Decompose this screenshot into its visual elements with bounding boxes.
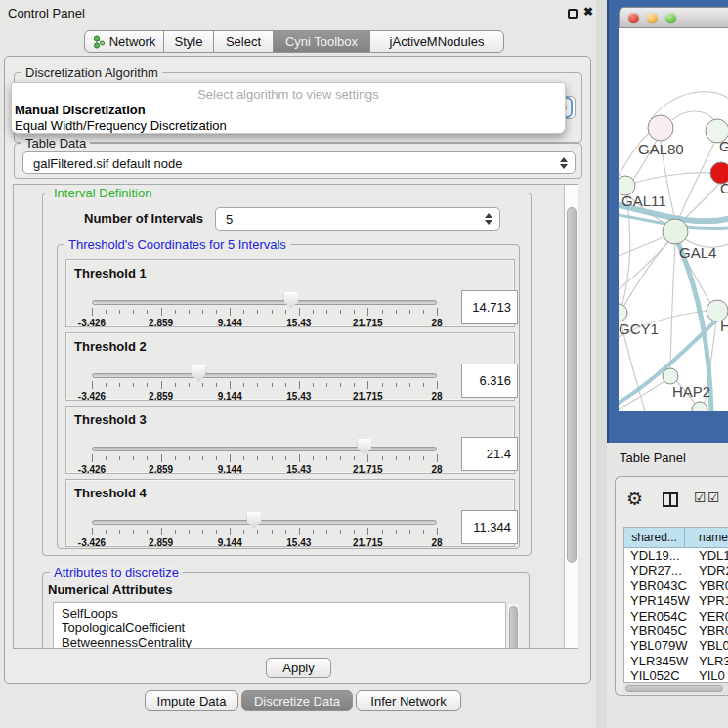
scrollbar-thumb[interactable] (567, 207, 577, 563)
slider-thumb[interactable] (192, 365, 206, 382)
network-canvas[interactable]: GAL80 GA C GAL11 GAL4 GCY1 H HAP2 (619, 28, 728, 411)
tab-discretize-data[interactable]: Discretize Data (241, 690, 353, 711)
slider-thumb[interactable] (357, 439, 371, 455)
cell: YLR345W (624, 654, 694, 668)
close-icon[interactable]: ✖ (583, 5, 593, 19)
checkbox-icon[interactable]: ☑ (694, 490, 707, 505)
cell: YIL052C (624, 668, 694, 683)
cell: YBL0 (694, 638, 728, 653)
algorithm-dropdown-popup: Select algorithm to view settings Manual… (11, 82, 566, 134)
slider-ticks (92, 454, 437, 462)
table-data-combobox[interactable]: galFiltered.sif default node (22, 151, 576, 174)
popup-hint: Select algorithm to view settings (12, 87, 565, 102)
minimize-traffic-light[interactable] (647, 13, 658, 23)
slider-track[interactable] (92, 520, 437, 525)
tab-label: jActiveMNodules (390, 34, 485, 49)
cell: YLR3 (694, 654, 728, 668)
table-row[interactable]: YBR043CYBR0 (624, 578, 728, 593)
cell: YBR043C (624, 578, 694, 593)
node-hap2[interactable] (663, 368, 678, 384)
network-window-titlebar[interactable] (619, 7, 728, 28)
tab-network[interactable]: Network (84, 30, 164, 53)
table-row[interactable]: YBR045CYBR0 (624, 623, 728, 638)
spinner-arrows-icon (485, 213, 492, 225)
tab-style[interactable]: Style (163, 30, 214, 53)
thresholds-group: Threshold's Coordinates for 5 Intervals … (57, 244, 520, 549)
threshold-label: Threshold 4 (74, 486, 147, 500)
table-row[interactable]: YER054CYER0 (624, 609, 728, 623)
slider-tick-labels: -3.4262.8599.14415.4321.71528 (92, 464, 437, 476)
tab-select[interactable]: Select (213, 30, 274, 53)
horizontal-scrollbar[interactable] (623, 683, 728, 694)
slider-track[interactable] (92, 373, 437, 378)
threshold-value-field[interactable]: 21.4 (461, 437, 518, 471)
checkbox-icon[interactable]: ☑ (707, 490, 720, 505)
spinner-arrows-icon (560, 157, 568, 169)
slider-track[interactable] (92, 447, 437, 451)
node-label: GAL4 (679, 244, 716, 261)
float-window-icon[interactable] (568, 9, 578, 19)
tab-label: Discretize Data (254, 694, 340, 708)
list-item[interactable]: BetweennessCentrality (54, 635, 505, 649)
threshold-value-field[interactable]: 11.344 (461, 510, 518, 544)
network-icon (93, 35, 106, 49)
split-columns-icon[interactable] (663, 492, 678, 507)
tab-impute-data[interactable]: Impute Data (145, 690, 238, 711)
screen: Control Panel ✖ Network Style Select Cyn… (0, 0, 728, 728)
numerical-attributes-label: Numerical Attributes (48, 582, 172, 597)
network-graph: GAL80 GA C GAL11 GAL4 GCY1 H HAP2 (619, 28, 728, 411)
num-intervals-combobox[interactable]: 5 (215, 207, 500, 231)
table-row[interactable]: YDR27...YDR2 (624, 563, 728, 578)
threshold-label: Threshold 1 (74, 266, 147, 280)
tab-label: Impute Data (157, 694, 227, 708)
slider-thumb[interactable] (283, 292, 298, 309)
table-row[interactable]: YLR345WYLR3 (624, 654, 728, 668)
list-scrollbar[interactable] (508, 604, 519, 649)
attributes-group-title: Attributes to discretize (50, 565, 183, 579)
attributes-group: Attributes to discretize Numerical Attri… (42, 572, 530, 649)
node-gal4[interactable] (663, 219, 688, 244)
zoom-traffic-light[interactable] (665, 13, 676, 23)
cell: YDL1 (694, 548, 728, 563)
table-row[interactable]: YIL052CYIL0 (624, 668, 728, 683)
threshold-value-field[interactable]: 14.713 (461, 290, 518, 324)
table-panel-box: ⚙ ☑ ☑ shared... name YDL19...YDL1 YDR27.… (615, 476, 728, 696)
table-row[interactable]: YBL079WYBL0 (624, 638, 728, 653)
attributes-list: SelfLoops TopologicalCoefficient Between… (53, 602, 506, 649)
close-traffic-light[interactable] (628, 13, 639, 23)
node-label: GAL80 (638, 141, 684, 157)
table-data-group: Table Data galFiltered.sif default node (14, 143, 582, 179)
gear-icon[interactable]: ⚙ (626, 488, 643, 510)
tab-label: Style (175, 34, 203, 49)
table-row[interactable]: YDL19...YDL1 (624, 548, 728, 563)
node-gcy1[interactable] (619, 304, 627, 321)
apply-button[interactable]: Apply (266, 658, 331, 678)
column-header-name[interactable]: name (685, 528, 728, 547)
main-scrollbar[interactable] (564, 185, 578, 649)
tab-jactivemnodules[interactable]: jActiveMNodules (369, 30, 504, 53)
tab-label: Network (109, 34, 156, 49)
threshold-value-field[interactable]: 6.316 (461, 364, 518, 398)
slider-track[interactable] (92, 300, 437, 305)
popup-option-manual[interactable]: Manual Discretization (15, 103, 146, 117)
cell: YPR1 (694, 593, 728, 608)
tab-cyni-toolbox[interactable]: Cyni Toolbox (273, 30, 370, 53)
cell: YPR145W (624, 593, 694, 608)
top-tab-bar: Network Style Select Cyni Toolbox jActiv… (84, 30, 504, 53)
slider-ticks (92, 528, 437, 535)
slider-thumb[interactable] (246, 512, 261, 529)
bottom-tab-bar: Impute Data Discretize Data Infer Networ… (145, 690, 461, 711)
tab-infer-network[interactable]: Infer Network (356, 690, 461, 711)
list-item[interactable]: TopologicalCoefficient (54, 621, 505, 635)
node-label: GCY1 (619, 321, 659, 337)
column-header-shared-name[interactable]: shared... (624, 528, 685, 547)
scrollbar-thumb[interactable] (625, 685, 723, 692)
popup-option-equal-width[interactable]: Equal Width/Frequency Discretization (15, 118, 227, 133)
window-title: Control Panel (8, 6, 85, 21)
node-gal80[interactable] (648, 115, 673, 141)
slider-ticks (92, 381, 437, 389)
table-row[interactable]: YPR145WYPR1 (624, 593, 728, 608)
slider-ticks (92, 308, 437, 316)
node-label: HAP2 (672, 383, 710, 400)
list-item[interactable]: SelfLoops (54, 606, 505, 621)
